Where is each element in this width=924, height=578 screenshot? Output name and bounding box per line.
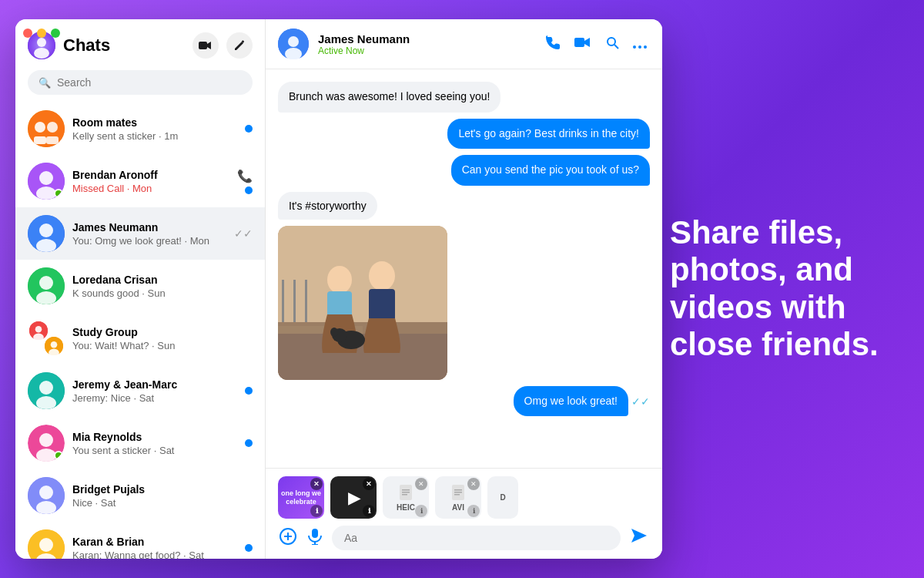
- online-indicator: [54, 189, 63, 198]
- app-window: Chats 🔍: [15, 19, 662, 559]
- message-outgoing-last: Omg we look great!: [514, 386, 628, 417]
- chat-name: Jeremy & Jean-Marc: [72, 378, 237, 391]
- chat-meta: [245, 439, 253, 447]
- svg-rect-50: [282, 280, 284, 322]
- video-call-button[interactable]: [192, 32, 219, 59]
- unread-indicator: [245, 187, 253, 194]
- attachment-info-button[interactable]: ℹ: [363, 505, 375, 517]
- svg-point-55: [369, 261, 395, 291]
- svg-point-16: [39, 276, 53, 290]
- attachment-info-button[interactable]: ℹ: [415, 505, 427, 517]
- svg-point-19: [35, 326, 42, 333]
- contact-avatar: [278, 29, 309, 59]
- chat-header: James Neumann Active Now: [266, 19, 662, 69]
- chat-meta: [245, 387, 253, 395]
- chat-info-james: James Neumann You: Omg we look great! · …: [72, 221, 226, 247]
- search-input[interactable]: [57, 76, 242, 89]
- svg-point-40: [608, 38, 615, 45]
- add-attachment-button[interactable]: [278, 526, 298, 550]
- chat-item-studygroup[interactable]: Study Group You: Wait! What? · Sun: [15, 312, 265, 365]
- remove-attachment-button[interactable]: ✕: [467, 478, 480, 490]
- svg-rect-39: [574, 38, 584, 47]
- chat-item-roommates[interactable]: Room mates Kelly sent a sticker · 1m: [15, 102, 265, 155]
- avatar-roommates: [28, 110, 65, 147]
- maximize-button[interactable]: [51, 29, 60, 38]
- attachment-info-button[interactable]: ℹ: [310, 505, 323, 517]
- chat-preview: Karan: Wanna get food? · Sat: [72, 549, 237, 560]
- svg-rect-62: [402, 492, 410, 493]
- attachment-video[interactable]: ▶ ✕ ℹ: [330, 476, 377, 519]
- chat-item-brendan[interactable]: Brendan Aronoff Missed Call · Mon 📞: [15, 155, 265, 207]
- svg-point-1: [37, 38, 46, 47]
- chat-preview: K sounds good · Sun: [72, 287, 245, 299]
- chat-name: Study Group: [72, 326, 245, 338]
- chat-panel: James Neumann Active Now: [266, 19, 662, 559]
- svg-line-41: [614, 45, 618, 49]
- chat-meta: ✓✓: [234, 227, 253, 240]
- chat-item-mia[interactable]: Mia Reynolds You sent a sticker · Sat: [15, 417, 265, 469]
- attachment-avi[interactable]: AVI ✕ ℹ: [435, 476, 481, 519]
- svg-rect-51: [293, 280, 296, 322]
- svg-rect-66: [454, 492, 462, 493]
- more-options-button[interactable]: [630, 33, 650, 55]
- chat-info-loredana: Loredana Crisan K sounds good · Sun: [72, 274, 245, 299]
- unread-indicator: [245, 387, 253, 395]
- message-input-row: [278, 525, 650, 551]
- chat-meta: 📞: [237, 169, 253, 194]
- close-button[interactable]: [23, 29, 32, 38]
- chat-info-karan: Karan & Brian Karan: Wanna get food? · S…: [72, 536, 237, 560]
- video-call-button[interactable]: [571, 33, 594, 55]
- svg-point-59: [330, 328, 338, 337]
- svg-point-13: [39, 223, 53, 237]
- chat-item-james[interactable]: James Neumann You: Omg we look great! · …: [15, 207, 265, 260]
- chat-preview: Kelly sent a sticker · 1m: [72, 130, 237, 142]
- svg-point-53: [327, 266, 352, 294]
- svg-rect-8: [46, 136, 59, 144]
- chat-preview: Missed Call · Mon: [72, 183, 229, 194]
- minimize-button[interactable]: [37, 29, 46, 38]
- message-outgoing-2: Can you send the pic you took of us?: [451, 155, 650, 186]
- chat-name: Loredana Crisan: [72, 274, 245, 286]
- contact-status: Active Now: [318, 45, 533, 56]
- chat-item-karan[interactable]: Karan & Brian Karan: Wanna get food? · S…: [15, 522, 265, 559]
- chat-item-bridget[interactable]: Bridget Pujals Nice · Sat: [15, 469, 265, 522]
- svg-point-28: [39, 433, 53, 447]
- message-outgoing: Let's go again? Best drinks in the city!: [447, 119, 650, 150]
- search-chat-button[interactable]: [602, 32, 622, 56]
- chat-item-jeremy[interactable]: Jeremy & Jean-Marc Jeremy: Nice · Sat: [15, 365, 265, 417]
- chat-preview: You: Omg we look great! · Mon: [72, 235, 226, 247]
- svg-rect-67: [454, 494, 460, 496]
- chat-actions: [542, 32, 650, 57]
- chat-info-mia: Mia Reynolds You sent a sticker · Sat: [72, 431, 237, 456]
- chat-meta: [245, 544, 253, 552]
- attachment-sticker[interactable]: one long we celebrate ✕ ℹ: [278, 476, 324, 519]
- compose-button[interactable]: [226, 32, 253, 59]
- svg-point-5: [35, 122, 45, 133]
- remove-attachment-button[interactable]: ✕: [310, 478, 323, 490]
- attachment-info-button[interactable]: ℹ: [467, 505, 480, 517]
- chat-preview: You sent a sticker · Sat: [72, 445, 237, 456]
- avatar-brendan: [28, 163, 65, 200]
- avatar-jeremy: [28, 372, 65, 409]
- attachment-heic[interactable]: HEIC ✕ ℹ: [383, 476, 429, 519]
- svg-point-22: [51, 341, 58, 348]
- chat-info-roommates: Room mates Kelly sent a sticker · 1m: [72, 116, 237, 142]
- avatar-mia: [28, 425, 65, 462]
- messages-area: Brunch was awesome! I loved seeing you! …: [266, 69, 662, 468]
- attachment-d[interactable]: D: [487, 476, 518, 519]
- chat-meta: [245, 125, 253, 133]
- svg-rect-61: [402, 489, 410, 491]
- voice-message-button[interactable]: [306, 526, 324, 550]
- unread-indicator: [245, 439, 253, 447]
- message-input[interactable]: [332, 526, 621, 550]
- chat-preview: You: Wait! What? · Sun: [72, 340, 245, 351]
- chat-item-loredana[interactable]: Loredana Crisan K sounds good · Sun: [15, 260, 265, 312]
- marketing-text: Share files, photos, and videos with clo…: [670, 214, 901, 363]
- remove-attachment-button[interactable]: ✕: [415, 478, 427, 490]
- chat-list: Room mates Kelly sent a sticker · 1m: [15, 102, 265, 559]
- send-button[interactable]: [628, 525, 650, 551]
- svg-point-42: [633, 45, 636, 49]
- phone-call-button[interactable]: [542, 32, 564, 57]
- chat-name: Mia Reynolds: [72, 431, 237, 443]
- remove-attachment-button[interactable]: ✕: [363, 478, 375, 490]
